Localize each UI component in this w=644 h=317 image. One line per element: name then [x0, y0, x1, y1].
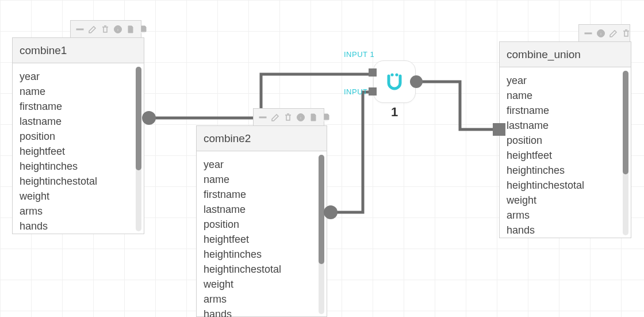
union-icon	[384, 71, 405, 92]
scrollbar[interactable]	[623, 71, 628, 235]
field: lastname	[20, 114, 137, 129]
operator-count: 1	[391, 105, 398, 120]
svg-rect-4	[259, 117, 266, 118]
field: heightfeet	[20, 144, 137, 159]
node-combine2[interactable]: combine2 year name firstname lastname po…	[196, 125, 327, 317]
field: year	[507, 73, 624, 88]
edit-icon[interactable]	[88, 25, 97, 34]
svg-rect-12	[600, 32, 601, 35]
minimize-icon[interactable]	[75, 25, 85, 34]
input-port-1[interactable]	[369, 68, 377, 77]
node-header: combine2	[197, 126, 327, 151]
field: year	[204, 157, 320, 172]
node-body: year name firstname lastname position he…	[500, 67, 631, 239]
trash-icon[interactable]	[101, 25, 110, 34]
info-icon[interactable]	[596, 29, 605, 38]
field: weight	[507, 193, 624, 208]
input-label-1: INPUT 1	[344, 50, 374, 59]
svg-point-8	[390, 73, 393, 76]
output-port-combine1[interactable]	[142, 111, 156, 125]
field: hands	[20, 219, 137, 234]
field: position	[204, 217, 320, 232]
field: position	[20, 129, 137, 144]
node-title: combine_union	[507, 48, 581, 61]
field: heightinchestotal	[507, 178, 624, 193]
node-body: year name firstname lastname position he…	[13, 63, 144, 235]
node-header: combine_union	[500, 42, 631, 67]
node-header: combine1	[13, 38, 144, 63]
svg-rect-0	[76, 29, 83, 30]
doc-icon[interactable]	[126, 25, 135, 34]
input-port-2[interactable]	[369, 87, 377, 96]
field: hands	[507, 223, 624, 238]
output-port-combine2[interactable]	[324, 205, 338, 219]
field: position	[507, 133, 624, 148]
scroll-thumb[interactable]	[136, 67, 141, 170]
info-icon[interactable]	[296, 113, 305, 122]
info-icon[interactable]	[113, 25, 122, 34]
field: arms	[20, 204, 137, 219]
scroll-thumb[interactable]	[623, 71, 628, 174]
svg-point-9	[395, 73, 398, 76]
node-title: combine2	[204, 132, 251, 145]
edit-icon[interactable]	[271, 113, 280, 122]
scrollbar[interactable]	[319, 155, 324, 314]
node-title: combine1	[20, 44, 67, 57]
svg-rect-3	[117, 27, 118, 28]
scrollbar[interactable]	[136, 67, 141, 231]
field: arms	[204, 292, 320, 307]
svg-rect-7	[300, 115, 301, 116]
svg-rect-2	[117, 28, 118, 31]
field: weight	[20, 189, 137, 204]
input-port-combine-union[interactable]	[493, 123, 505, 136]
field: lastname	[204, 202, 320, 217]
field: name	[507, 88, 624, 103]
node-combine-union[interactable]: combine_union year name firstname lastna…	[499, 41, 631, 238]
minimize-icon[interactable]	[584, 29, 593, 38]
doc-icon[interactable]	[309, 113, 318, 122]
node-combine1[interactable]: combine1 year name firstname lastname po…	[12, 37, 144, 234]
svg-rect-6	[300, 116, 301, 119]
field: name	[204, 172, 320, 187]
node-tab-combine-union	[578, 24, 630, 41]
svg-rect-13	[600, 31, 601, 32]
field: heightfeet	[204, 232, 320, 247]
minimize-icon[interactable]	[258, 113, 267, 122]
field: weight	[204, 277, 320, 292]
union-operator[interactable]	[373, 60, 416, 103]
field: firstname	[507, 103, 624, 118]
field: lastname	[507, 118, 624, 133]
trash-icon[interactable]	[283, 113, 293, 122]
field: hands	[204, 307, 320, 317]
field: year	[20, 69, 137, 84]
node-tab-combine2	[253, 108, 324, 125]
field: arms	[507, 208, 624, 223]
field: heightinchestotal	[204, 262, 320, 277]
field: heightinchestotal	[20, 174, 137, 189]
field: name	[20, 84, 137, 99]
node-tab-combine1	[70, 20, 141, 37]
output-port-operator[interactable]	[410, 75, 423, 88]
field: firstname	[204, 187, 320, 202]
field: heightinches	[507, 163, 624, 178]
trash-icon[interactable]	[622, 29, 631, 38]
scroll-thumb[interactable]	[319, 155, 324, 264]
copy-icon[interactable]	[321, 113, 331, 122]
field: firstname	[20, 99, 137, 114]
svg-rect-10	[585, 33, 592, 34]
edit-icon[interactable]	[609, 29, 618, 38]
field: heightinches	[204, 247, 320, 262]
node-body: year name firstname lastname position he…	[197, 151, 327, 317]
field: heightinches	[20, 159, 137, 174]
workflow-canvas[interactable]: combine1 year name firstname lastname po…	[0, 0, 644, 317]
field: heightfeet	[507, 148, 624, 163]
copy-icon[interactable]	[139, 25, 148, 34]
